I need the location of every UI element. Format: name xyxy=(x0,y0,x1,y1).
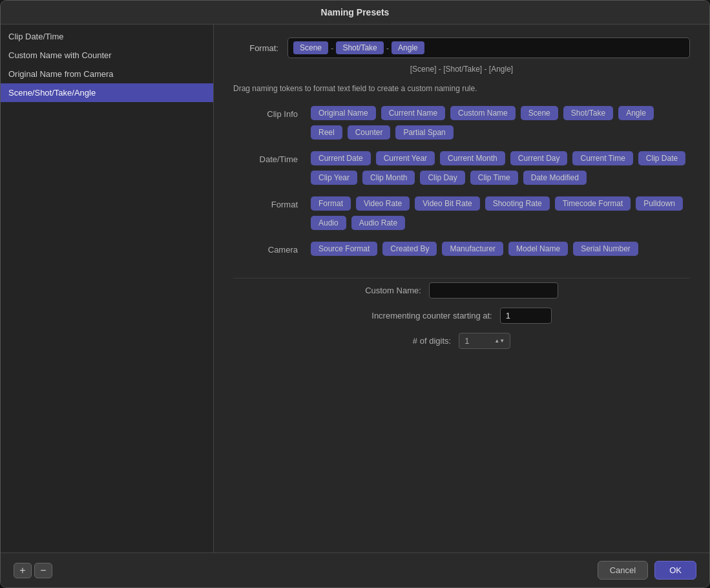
digits-value: 1 xyxy=(465,336,469,346)
token-serial-number[interactable]: Serial Number xyxy=(573,242,638,256)
section-label-clip-info: Clip Info xyxy=(233,106,311,140)
format-sep-2: - xyxy=(386,43,389,53)
dialog-title: Naming Presets xyxy=(1,1,709,25)
section-label-camera: Camera xyxy=(233,242,311,256)
footer-left: + − xyxy=(14,563,52,578)
token-reel[interactable]: Reel xyxy=(311,125,342,140)
token-clip-year[interactable]: Clip Year xyxy=(311,171,357,185)
section-camera: Camera Source Format Created By Manufact… xyxy=(233,242,690,256)
format-preview: [Scene] - [Shot/Take] - [Angle] xyxy=(233,65,690,74)
token-video-rate[interactable]: Video Rate xyxy=(356,196,410,211)
token-custom-name[interactable]: Custom Name xyxy=(450,106,516,120)
section-label-format: Format xyxy=(233,196,311,230)
section-label-date-time: Date/Time xyxy=(233,151,311,185)
naming-presets-dialog: Naming Presets Clip Date/Time Custom Nam… xyxy=(0,0,710,588)
format-sep-1: - xyxy=(331,43,333,53)
token-video-bit-rate[interactable]: Video Bit Rate xyxy=(415,196,480,211)
digits-stepper[interactable]: 1 ▲▼ xyxy=(459,333,510,349)
ok-button[interactable]: OK xyxy=(654,561,696,580)
custom-name-label: Custom Name: xyxy=(365,286,421,295)
token-audio-rate[interactable]: Audio Rate xyxy=(351,216,405,230)
remove-button[interactable]: − xyxy=(34,563,52,578)
section-format: Format Format Video Rate Video Bit Rate … xyxy=(233,196,690,230)
token-counter[interactable]: Counter xyxy=(348,125,391,140)
clip-info-tokens: Original Name Current Name Custom Name S… xyxy=(311,106,690,140)
token-current-day[interactable]: Current Day xyxy=(510,151,568,165)
token-shot-take[interactable]: Shot/Take xyxy=(563,106,613,120)
digits-row: # of digits: 1 ▲▼ xyxy=(233,333,690,349)
token-format[interactable]: Format xyxy=(311,196,351,211)
token-current-time[interactable]: Current Time xyxy=(572,151,632,165)
main-panel: Format: Scene - Shot/Take - Angle [Scene… xyxy=(214,25,709,552)
token-pulldown[interactable]: Pulldown xyxy=(636,196,683,211)
sidebar-item-custom-name[interactable]: Custom Name with Counter xyxy=(1,46,213,65)
section-date-time: Date/Time Current Date Current Year Curr… xyxy=(233,151,690,185)
token-clip-month[interactable]: Clip Month xyxy=(362,171,415,185)
token-source-format[interactable]: Source Format xyxy=(311,242,377,256)
format-row: Format: Scene - Shot/Take - Angle xyxy=(233,37,690,58)
counter-row: Incrementing counter starting at: xyxy=(233,308,690,324)
token-current-month[interactable]: Current Month xyxy=(440,151,505,165)
token-current-name[interactable]: Current Name xyxy=(381,106,445,120)
counter-input[interactable] xyxy=(500,308,552,324)
custom-name-row: Custom Name: xyxy=(233,282,690,299)
divider xyxy=(233,278,690,278)
custom-name-input[interactable] xyxy=(429,282,558,299)
format-token-angle[interactable]: Angle xyxy=(392,41,424,54)
format-token-shot[interactable]: Shot/Take xyxy=(336,41,383,54)
cancel-button[interactable]: Cancel xyxy=(598,561,648,580)
counter-label: Incrementing counter starting at: xyxy=(371,311,492,320)
token-created-by[interactable]: Created By xyxy=(382,242,437,256)
token-partial-span[interactable]: Partial Span xyxy=(395,125,453,140)
bottom-fields: Custom Name: Incrementing counter starti… xyxy=(233,268,690,349)
format-token-scene[interactable]: Scene xyxy=(293,41,328,54)
token-clip-date[interactable]: Clip Date xyxy=(638,151,685,165)
sidebar: Clip Date/Time Custom Name with Counter … xyxy=(1,25,214,552)
format-tokens-bar[interactable]: Scene - Shot/Take - Angle xyxy=(287,37,690,58)
token-current-year[interactable]: Current Year xyxy=(376,151,435,165)
format-tokens-grid: Format Video Rate Video Bit Rate Shootin… xyxy=(311,196,690,230)
token-scene[interactable]: Scene xyxy=(521,106,558,120)
digits-label: # of digits: xyxy=(413,336,451,346)
token-date-modified[interactable]: Date Modified xyxy=(523,171,587,185)
sidebar-item-clip-datetime[interactable]: Clip Date/Time xyxy=(1,27,213,46)
token-timecode-format[interactable]: Timecode Format xyxy=(555,196,631,211)
date-time-tokens: Current Date Current Year Current Month … xyxy=(311,151,690,185)
section-clip-info: Clip Info Original Name Current Name Cus… xyxy=(233,106,690,140)
footer-right: Cancel OK xyxy=(598,561,696,580)
token-model-name[interactable]: Model Name xyxy=(508,242,568,256)
token-angle[interactable]: Angle xyxy=(618,106,654,120)
dialog-content: Clip Date/Time Custom Name with Counter … xyxy=(1,25,709,552)
add-button[interactable]: + xyxy=(14,563,32,578)
sidebar-item-scene-shot[interactable]: Scene/Shot/Take/Angle xyxy=(1,83,213,102)
token-clip-day[interactable]: Clip Day xyxy=(420,171,465,185)
drag-hint: Drag naming tokens to format text field … xyxy=(233,84,690,93)
token-clip-time[interactable]: Clip Time xyxy=(470,171,518,185)
footer: + − Cancel OK xyxy=(1,552,709,587)
format-label: Format: xyxy=(233,43,278,53)
token-current-date[interactable]: Current Date xyxy=(311,151,371,165)
sidebar-item-original-name[interactable]: Original Name from Camera xyxy=(1,65,213,83)
camera-tokens: Source Format Created By Manufacturer Mo… xyxy=(311,242,690,256)
token-shooting-rate[interactable]: Shooting Rate xyxy=(485,196,550,211)
token-audio[interactable]: Audio xyxy=(311,216,346,230)
token-original-name[interactable]: Original Name xyxy=(311,106,376,120)
stepper-arrows[interactable]: ▲▼ xyxy=(494,338,505,344)
token-manufacturer[interactable]: Manufacturer xyxy=(442,242,503,256)
